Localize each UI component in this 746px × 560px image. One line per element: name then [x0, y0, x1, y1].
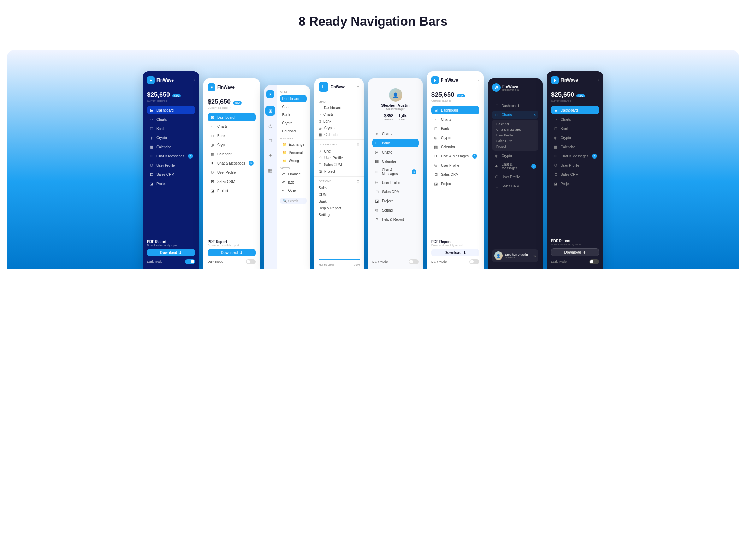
icon-card-3[interactable]: □ [265, 136, 275, 145]
nav-project-8[interactable]: ◪ Project [551, 179, 599, 188]
nav-crm-4[interactable]: CRM [314, 191, 364, 198]
nav-item-crypto-1[interactable]: ◎ Crypto [147, 133, 195, 142]
nav-charts-6[interactable]: ○ Charts [431, 115, 479, 124]
nav-item-dashboard-1[interactable]: ⊞ Dashboard [147, 106, 195, 114]
settings-icon-4b[interactable]: ⚙ [356, 143, 360, 147]
nav-item-charts-2[interactable]: ○ Charts [208, 122, 256, 131]
nav-b2b-3[interactable]: 🏷 b2b [280, 179, 307, 186]
nav-sales-6[interactable]: ⊡ Sales CRM [431, 170, 479, 179]
nav-profile-4[interactable]: ⚇ User Profile [314, 155, 364, 161]
icon-dashboard-3[interactable]: ⊞ [265, 106, 275, 116]
nav-dashboard-4[interactable]: ⊞ Dashboard [314, 105, 364, 111]
nav-charts-4[interactable]: ○ Charts [314, 111, 364, 118]
nav-bank-5[interactable]: □ Bank [372, 139, 419, 147]
nav-setting-5[interactable]: ⚙ Setting [372, 206, 419, 214]
nav-charts-8[interactable]: ○ Charts [551, 115, 599, 124]
submenu-project-7[interactable]: Project [493, 144, 537, 149]
nav-project-6[interactable]: ◪ Project [431, 179, 479, 188]
nav-item-calendar-2[interactable]: ▦ Calendar [208, 150, 256, 158]
nav-crypto-4[interactable]: ◎ Crypto [314, 125, 364, 131]
nav-item-dashboard-2[interactable]: ⊞ Dashboard [208, 113, 256, 121]
nav-calendar-6[interactable]: ▦ Calendar [431, 143, 479, 151]
submenu-chat-7[interactable]: Chat & Messages [493, 127, 537, 132]
nav-chat-6[interactable]: ✈ Chat & Messages 3 [431, 152, 479, 160]
nav-crypto-5[interactable]: ◎ Crypto [372, 148, 419, 156]
settings-icon-4[interactable]: ⚙ [356, 85, 360, 89]
nav-finance-3[interactable]: 🏷 Finance [280, 171, 307, 178]
nav-help-4[interactable]: Help & Report [314, 205, 364, 212]
nav-item-crypto-2[interactable]: ◎ Crypto [208, 141, 256, 149]
nav-item-chat-2[interactable]: ✈ Chat & Messages 3 [208, 159, 256, 167]
nav-other-3[interactable]: 🏷 Other [280, 187, 307, 194]
dark-mode-toggle-5[interactable] [409, 259, 419, 264]
nav-sales-7[interactable]: ⊡ Sales CRM [492, 182, 538, 190]
nav-crypto-3[interactable]: Crypto [280, 119, 307, 127]
submenu-profile-7[interactable]: User Profile [493, 132, 537, 138]
nav-item-profile-1[interactable]: ⚇ User Profile [147, 161, 195, 169]
nav-crypto-6[interactable]: ◎ Crypto [431, 133, 479, 142]
nav-dashboard-6[interactable]: ⊞ Dashboard [431, 106, 479, 114]
dark-mode-toggle-8[interactable] [589, 259, 599, 264]
download-btn-6[interactable]: Download ⬇ [431, 249, 479, 256]
nav-item-profile-2[interactable]: ⚇ User Profile [208, 168, 256, 177]
nav-bank-4[interactable]: □ Bank [314, 118, 364, 125]
nav-bank-6[interactable]: □ Bank [431, 124, 479, 133]
nav-charts-7[interactable]: □ Charts ∧ [492, 111, 538, 119]
nav-dashboard-7[interactable]: ⊞ Dashboard [492, 101, 538, 110]
nav-dashboard-8[interactable]: ⊞ Dashboard [551, 106, 599, 114]
nav-charts-3[interactable]: Charts [280, 103, 307, 111]
nav-item-project-1[interactable]: ◪ Project [147, 179, 195, 188]
nav-crypto-8[interactable]: ◎ Crypto [551, 133, 599, 142]
nav-sales-8[interactable]: ⊡ Sales CRM [551, 170, 599, 179]
nav-item-project-2[interactable]: ◪ Project [208, 186, 256, 195]
nav-wrong-3[interactable]: 📁 Wrong [280, 157, 307, 165]
dark-mode-toggle-2[interactable] [246, 259, 256, 264]
nav-bank-8[interactable]: □ Bank [551, 124, 599, 133]
nav-item-chat-1[interactable]: ✈ Chat & Messages 3 [147, 152, 195, 160]
submenu-sales-7[interactable]: Sales CRM [493, 138, 537, 144]
nav-item-sales-1[interactable]: ⊡ Sales CRM [147, 170, 195, 179]
submenu-calendar-7[interactable]: Calendar [493, 121, 537, 127]
nav-cal-5[interactable]: ▦ Calendar [372, 157, 419, 166]
user-expand-7[interactable]: ⇅ [533, 254, 536, 258]
nav-project-5[interactable]: ◪ Project [372, 197, 419, 205]
nav-profile-7[interactable]: ⚇ User Profile [492, 173, 538, 181]
nav-chat-7[interactable]: ✈ Chat & Messages 3 [492, 161, 538, 172]
dark-mode-toggle-1[interactable] [185, 259, 195, 264]
download-btn-1[interactable]: Download ⬇ [147, 249, 195, 256]
nav-personal-3[interactable]: 📁 Personal [280, 149, 307, 156]
nav-sales-5[interactable]: ⊡ Sales CRM [372, 187, 419, 196]
nav-charts-5[interactable]: ○ Charts [372, 130, 419, 138]
nav-crypto-7[interactable]: ◎ Crypto [492, 151, 538, 160]
nav-item-sales-2[interactable]: ⊡ Sales CRM [208, 177, 256, 186]
nav-profile-5[interactable]: ⚇ User Profile [372, 178, 419, 187]
settings-icon-4c[interactable]: ⚙ [356, 179, 360, 183]
nav-profile-6[interactable]: ⚇ User Profile [431, 161, 479, 169]
nav-item-charts-1[interactable]: ○ Charts [147, 115, 195, 124]
nav-item-bank-2[interactable]: □ Bank [208, 131, 256, 140]
nav-bank-opt-4[interactable]: Bank [314, 198, 364, 205]
nav-help-5[interactable]: ? Help & Report [372, 215, 419, 224]
nav-setting-4[interactable]: Setting [314, 212, 364, 218]
nav-chat-5[interactable]: ✈ Chat & Messages 3 [372, 166, 419, 178]
dark-mode-toggle-6[interactable] [469, 259, 479, 264]
nav-bank-3[interactable]: Bank [280, 111, 307, 119]
icon-star-3[interactable]: ✦ [265, 150, 275, 160]
nav-chat-8[interactable]: ✈ Chat & Messages 3 [551, 152, 599, 160]
nav-item-bank-1[interactable]: □ Bank [147, 124, 195, 133]
download-btn-2[interactable]: Download ⬇ [208, 249, 256, 256]
nav-item-calendar-1[interactable]: ▦ Calendar [147, 143, 195, 151]
nav-sales-opt-4[interactable]: Sales [314, 185, 364, 191]
icon-cal-3[interactable]: ▦ [265, 165, 275, 175]
icon-time-3[interactable]: ◷ [265, 121, 275, 131]
nav-profile-8[interactable]: ⚇ User Profile [551, 161, 599, 169]
nav-exchange-3[interactable]: 📁 Exchange [280, 141, 307, 148]
nav-sales-4[interactable]: ⊡ Sales CRM [314, 161, 364, 168]
download-btn-8[interactable]: Download ⬇ [551, 248, 599, 256]
nav-chat-4[interactable]: ✈ Chat [314, 148, 364, 155]
nav-calendar-3[interactable]: Calendar [280, 127, 307, 135]
nav-dashboard-3[interactable]: Dashboard [280, 95, 307, 102]
nav-calendar-8[interactable]: ▦ Calendar [551, 143, 599, 151]
nav-calendar-4[interactable]: ▦ Calendar [314, 131, 364, 138]
nav-project-4[interactable]: ◪ Project [314, 168, 364, 175]
